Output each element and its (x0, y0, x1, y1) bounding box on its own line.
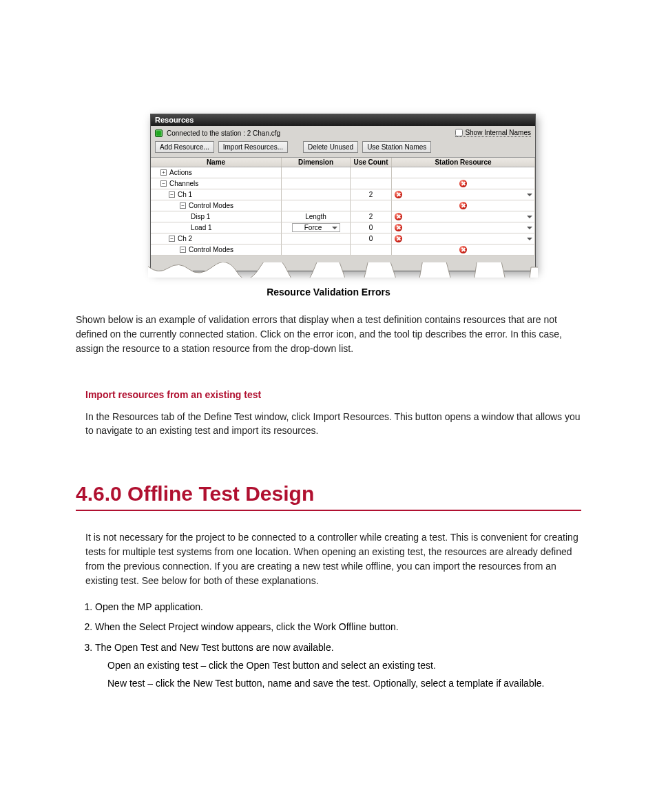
resources-grid: Name Dimension Use Count Station Resourc… (151, 157, 535, 256)
status-row: Connected to the station : 2 Chan.cfg Sh… (151, 126, 535, 140)
expand-icon[interactable]: + (160, 169, 167, 176)
delete-unused-button[interactable]: Delete Unused (303, 141, 358, 153)
row-control-modes-2[interactable]: −Control Modes (151, 244, 535, 256)
window-title: Resources (155, 116, 194, 124)
dropdown-caret-icon[interactable] (527, 227, 532, 229)
collapse-icon[interactable]: − (169, 236, 175, 242)
connection-led-icon (155, 129, 163, 137)
import-resources-button[interactable]: Import Resources... (218, 141, 288, 153)
use-station-names-button[interactable]: Use Station Names (362, 141, 431, 153)
collapse-icon[interactable]: − (180, 202, 186, 209)
row-disp1[interactable]: Disp 1 Length 2 (151, 211, 535, 222)
collapse-icon[interactable]: − (160, 180, 167, 187)
row-ch2[interactable]: −Ch 2 0 (151, 233, 535, 244)
row-ch1[interactable]: −Ch 1 2 (151, 189, 535, 200)
error-icon[interactable] (395, 213, 402, 220)
row-load1[interactable]: Load 1 Force 0 (151, 222, 535, 233)
torn-edge (151, 256, 535, 271)
collapse-icon[interactable]: − (180, 247, 186, 253)
error-icon[interactable] (459, 180, 467, 187)
error-icon[interactable] (395, 191, 402, 198)
steps-list: Open the MP application. When the Select… (95, 599, 581, 692)
error-icon[interactable] (395, 235, 402, 242)
collapse-icon[interactable]: − (169, 191, 175, 198)
step-3b: New test – click the New Test button, na… (107, 676, 581, 692)
figure-caption: Resource Validation Errors (76, 287, 581, 298)
section-title: 4.6.0 Offline Test Design (76, 482, 581, 511)
grid-header: Name Dimension Use Count Station Resourc… (151, 158, 535, 167)
add-resource-button[interactable]: Add Resource... (155, 141, 214, 153)
dropdown-caret-icon[interactable] (527, 238, 532, 240)
row-actions[interactable]: +Actions (151, 167, 535, 178)
show-internal-names-toggle[interactable]: Show Internal Names (455, 129, 531, 137)
step-3: The Open Test and New Test buttons are n… (95, 640, 581, 691)
dimension-dropdown[interactable]: Force (292, 223, 340, 232)
step-1: Open the MP application. (95, 599, 581, 616)
col-header-dimension: Dimension (282, 158, 351, 167)
resources-window: Resources Connected to the station : 2 C… (150, 114, 536, 271)
step-2: When the Select Project window appears, … (95, 619, 581, 636)
section-body: It is not necessary for the project to b… (85, 530, 581, 588)
row-channels[interactable]: −Channels (151, 178, 535, 189)
step-3a: Open an existing test – click the Open T… (107, 658, 581, 674)
show-internal-names-label: Show Internal Names (465, 129, 531, 136)
body-paragraph-1: Shown below is an example of validation … (76, 313, 581, 356)
col-header-use-count: Use Count (351, 158, 392, 167)
dropdown-caret-icon[interactable] (527, 216, 532, 218)
row-control-modes-1[interactable]: −Control Modes (151, 200, 535, 211)
import-resources-heading: Import resources from an existing test (85, 389, 581, 400)
error-icon[interactable] (459, 246, 467, 253)
connection-status-text: Connected to the station : 2 Chan.cfg (167, 129, 451, 137)
col-header-station-resource: Station Resource (392, 158, 535, 167)
error-icon[interactable] (459, 202, 467, 209)
import-resources-paragraph: In the Resources tab of the Define Test … (85, 410, 581, 438)
window-titlebar: Resources (151, 114, 535, 126)
dropdown-caret-icon[interactable] (527, 194, 532, 196)
show-internal-names-checkbox[interactable] (455, 129, 463, 136)
toolbar: Add Resource... Import Resources... Dele… (151, 140, 535, 157)
error-icon[interactable] (395, 224, 402, 231)
dropdown-caret-icon[interactable] (332, 227, 337, 229)
col-header-name: Name (151, 158, 282, 167)
